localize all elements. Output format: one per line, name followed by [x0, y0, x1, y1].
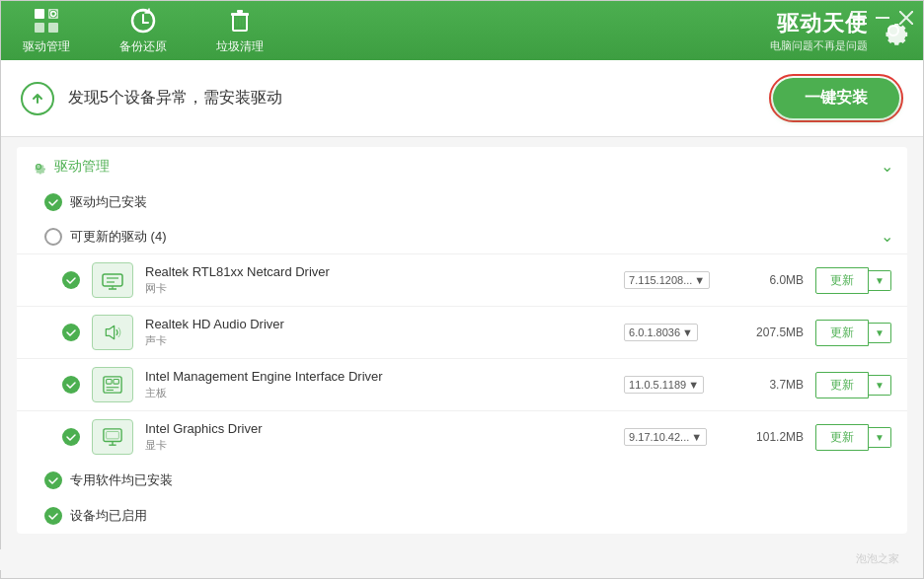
motherboard-driver-icon [101, 375, 124, 395]
driver-item-0: Realtek RTL81xx Netcard Driver 网卡 7.115.… [17, 253, 907, 306]
settings-grid-icon [33, 7, 60, 35]
svg-rect-6 [35, 9, 44, 19]
nav-driver-manage-label: 驱动管理 [23, 38, 70, 55]
driver-check-2 [62, 376, 80, 394]
window-controls [850, 9, 915, 27]
driver-size-3: 101.2MB [744, 430, 804, 444]
trash-icon [226, 7, 254, 35]
nav-bar: 驱动管理 备份还原 [13, 1, 770, 61]
driver-management-header[interactable]: 驱动管理 ⌄ [17, 147, 907, 185]
menu-icon[interactable] [850, 9, 868, 27]
driver-info-0: Realtek RTL81xx Netcard Driver 网卡 [145, 264, 612, 296]
updatable-drivers-label: 可更新的驱动 (4) [70, 228, 167, 246]
update-button-1[interactable]: 更新 [815, 320, 869, 346]
driver-icon-box-1 [92, 315, 133, 350]
driver-name-0: Realtek RTL81xx Netcard Driver [145, 264, 612, 279]
svg-rect-8 [35, 23, 44, 33]
notif-text: 发现5个设备异常，需安装驱动 [68, 88, 282, 109]
driver-icon-box-3 [92, 419, 133, 455]
version-dropdown-0[interactable]: 7.115.1208... ▼ [624, 271, 710, 289]
check-installed-icon [44, 193, 62, 211]
svg-rect-9 [48, 23, 58, 33]
notif-left: 发现5个设备异常，需安装驱动 [21, 82, 282, 115]
version-dropdown-2[interactable]: 11.0.5.1189 ▼ [624, 376, 704, 394]
driver-item-1: Realtek HD Audio Driver 声卡 6.0.1.8036 ▼ … [17, 306, 907, 358]
driver-info-3: Intel Graphics Driver 显卡 [145, 421, 612, 453]
notif-upload-icon [21, 82, 54, 115]
svg-rect-27 [114, 380, 118, 385]
driver-management-header-left: 驱动管理 [31, 158, 110, 176]
driver-item-3: Intel Graphics Driver 显卡 9.17.10.42... ▼… [17, 410, 907, 463]
network-driver-icon [101, 270, 124, 290]
driver-check-1 [62, 324, 80, 341]
drivers-installed-label: 驱动均已安装 [70, 193, 147, 211]
app-window: 驱动管理 备份还原 [0, 0, 924, 579]
software-installed-label: 专用软件均已安装 [70, 471, 173, 489]
driver-type-1: 声卡 [145, 333, 612, 348]
driver-type-0: 网卡 [145, 281, 612, 296]
update-btn-group-0: 更新 ▼ [815, 267, 891, 294]
update-btn-group-2: 更新 ▼ [815, 372, 891, 398]
nav-backup-restore[interactable]: 备份还原 [110, 1, 177, 61]
devices-enabled-label: 设备均已启用 [70, 507, 147, 525]
update-dropdown-0[interactable]: ▼ [869, 270, 891, 291]
close-icon[interactable] [897, 9, 915, 27]
driver-version-0: 7.115.1208... ▼ [624, 271, 732, 289]
update-dropdown-1[interactable]: ▼ [869, 323, 891, 343]
driver-info-2: Intel Management Engine Interface Driver… [145, 369, 612, 400]
svg-rect-33 [107, 432, 119, 439]
driver-type-2: 主板 [145, 386, 612, 400]
driver-icon-box-2 [92, 367, 133, 402]
svg-marker-24 [106, 326, 114, 338]
one-key-install-button[interactable]: 一键安装 [773, 78, 899, 118]
svg-rect-15 [237, 10, 243, 13]
check-devices-icon [44, 507, 62, 525]
update-button-2[interactable]: 更新 [815, 372, 869, 398]
minimize-icon[interactable] [874, 9, 891, 27]
update-dropdown-3[interactable]: ▼ [869, 427, 891, 448]
driver-check-3 [62, 428, 80, 446]
driver-version-3: 9.17.10.42... ▼ [624, 428, 732, 446]
version-dropdown-3[interactable]: 9.17.10.42... ▼ [624, 428, 707, 446]
update-btn-group-1: 更新 ▼ [815, 320, 891, 346]
updatable-chevron-icon: ⌄ [881, 227, 893, 246]
driver-info-1: Realtek HD Audio Driver 声卡 [145, 317, 612, 348]
brand-subtitle: 电脑问题不再是问题 [770, 38, 868, 53]
update-button-3[interactable]: 更新 [815, 424, 869, 451]
nav-trash-clean[interactable]: 垃圾清理 [206, 1, 273, 61]
svg-rect-26 [107, 380, 112, 385]
display-driver-icon [101, 427, 124, 447]
driver-management-title: 驱动管理 [54, 158, 110, 176]
driver-name-2: Intel Management Engine Interface Driver [145, 369, 612, 384]
notification-bar: 发现5个设备异常，需安装驱动 一键安装 [1, 60, 923, 137]
driver-type-3: 显卡 [145, 438, 612, 453]
driver-name-1: Realtek HD Audio Driver [145, 317, 612, 331]
svg-rect-2 [851, 23, 867, 25]
drivers-installed-item: 驱动均已安装 [17, 185, 907, 219]
check-software-icon [44, 471, 62, 489]
driver-management-section: 驱动管理 ⌄ 驱动均已安装 可更新的驱动 (4) ⌄ [17, 147, 907, 534]
driver-version-1: 6.0.1.8036 ▼ [624, 324, 732, 341]
svg-rect-19 [103, 274, 122, 286]
driver-size-0: 6.0MB [744, 273, 804, 287]
update-dropdown-2[interactable]: ▼ [869, 375, 891, 396]
svg-rect-3 [876, 17, 889, 19]
circle-outline-icon [44, 228, 62, 246]
update-button-0[interactable]: 更新 [815, 267, 869, 294]
section-chevron-icon: ⌄ [881, 157, 893, 176]
driver-list: Realtek RTL81xx Netcard Driver 网卡 7.115.… [17, 253, 907, 463]
driver-size-1: 207.5MB [744, 326, 804, 339]
driver-check-0 [62, 271, 80, 289]
backup-icon [129, 7, 157, 35]
watermark: 泡泡之家 [0, 549, 911, 570]
software-installed-item: 专用软件均已安装 [17, 463, 907, 498]
driver-icon-box-0 [92, 262, 133, 298]
updatable-drivers-header[interactable]: 可更新的驱动 (4) ⌄ [17, 219, 907, 253]
driver-item-2: Intel Management Engine Interface Driver… [17, 358, 907, 410]
driver-size-2: 3.7MB [744, 378, 804, 392]
svg-rect-1 [851, 17, 867, 19]
version-dropdown-1[interactable]: 6.0.1.8036 ▼ [624, 324, 698, 341]
nav-driver-manage[interactable]: 驱动管理 [13, 1, 80, 61]
svg-rect-0 [851, 11, 867, 13]
nav-trash-clean-label: 垃圾清理 [216, 38, 264, 55]
